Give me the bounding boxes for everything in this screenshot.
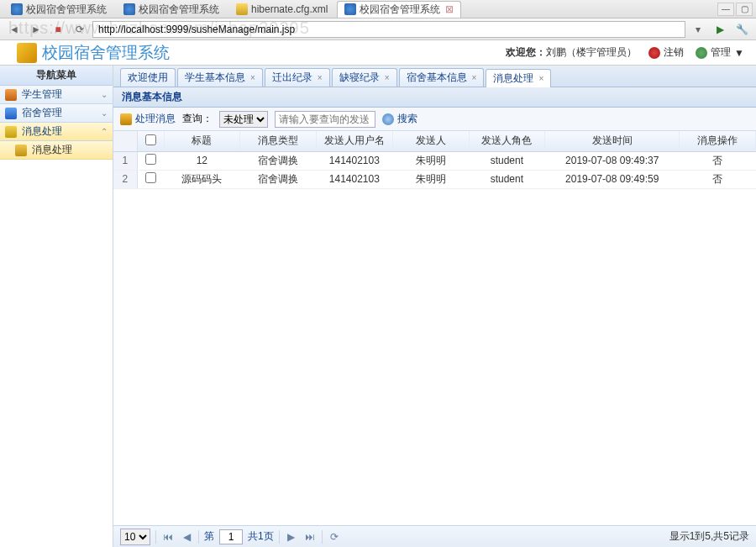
reload-button[interactable]: ⟳ — [71, 21, 89, 38]
pager: 10 ⏮ ◀ 第 共1页 ▶ ⏭ ⟳ 显示1到5,共5记录 — [113, 525, 756, 547]
close-icon[interactable]: × — [538, 74, 543, 83]
section-title: 消息基本信息 — [113, 87, 756, 108]
restore-button[interactable]: ▢ — [736, 3, 753, 16]
window-controls: — ▢ — [717, 3, 753, 16]
tab-welcome[interactable]: 欢迎使用 — [120, 68, 176, 87]
close-icon[interactable]: × — [472, 73, 477, 82]
close-icon[interactable]: × — [318, 73, 323, 82]
browser-tab[interactable]: hibernate.cfg.xml — [228, 1, 335, 18]
content-panel: 欢迎使用 学生基本信息× 迁出纪录× 缺寝纪录× 宿舍基本信息× 消息处理× 消… — [113, 66, 756, 547]
menu-button[interactable]: 🔧 — [732, 21, 751, 38]
dorm-icon — [5, 108, 17, 119]
forward-button[interactable]: ► — [27, 21, 45, 38]
col-sender[interactable]: 发送人 — [392, 131, 469, 151]
search-input[interactable] — [275, 111, 375, 128]
manage-button[interactable]: 管理▼ — [696, 45, 744, 60]
go-button[interactable]: ▶ — [711, 21, 729, 38]
cell-sender: 朱明明 — [392, 151, 469, 170]
next-page-button[interactable]: ▶ — [285, 530, 298, 544]
select-all-checkbox[interactable] — [145, 134, 156, 145]
message-table: 标题 消息类型 发送人用户名 发送人 发送人角色 发送时间 消息操作 1 12 … — [113, 131, 756, 189]
tab-label: 欢迎使用 — [128, 71, 168, 85]
logout-icon — [648, 47, 660, 59]
dropdown-button[interactable]: ▾ — [689, 21, 707, 38]
page-input[interactable] — [219, 529, 243, 544]
page-size-select[interactable]: 10 — [120, 529, 150, 545]
close-icon[interactable]: × — [250, 73, 255, 82]
browser-tab[interactable]: 校园宿舍管理系统 — [3, 1, 114, 18]
process-message-button[interactable]: 处理消息 — [120, 112, 176, 126]
col-op[interactable]: 消息操作 — [680, 131, 756, 151]
gear-icon — [696, 47, 707, 59]
pager-info: 显示1到5,共5记录 — [669, 529, 749, 544]
app-logo-icon — [17, 43, 37, 63]
first-page-button[interactable]: ⏮ — [161, 530, 175, 544]
sidebar-item-message[interactable]: 消息处理⌃ — [0, 123, 113, 141]
sidebar-subitem-message[interactable]: 消息处理 — [0, 141, 113, 160]
prev-page-button[interactable]: ◀ — [180, 530, 193, 544]
sidebar: 导航菜单 学生管理⌄ 宿舍管理⌄ 消息处理⌃ 消息处理 — [0, 66, 113, 547]
app-title: 校园宿舍管理系统 — [42, 42, 170, 64]
close-icon[interactable]: × — [385, 73, 390, 82]
tab-label: 缺寝纪录 — [339, 71, 380, 85]
row-checkbox[interactable] — [145, 154, 156, 165]
col-type[interactable]: 消息类型 — [240, 131, 317, 151]
cell-checkbox — [137, 170, 164, 188]
address-input[interactable] — [92, 21, 685, 38]
tab-absence[interactable]: 缺寝纪录× — [332, 68, 397, 87]
close-tab-icon[interactable]: ⊠ — [445, 3, 454, 15]
browser-tab-label: 校园宿舍管理系统 — [139, 3, 219, 17]
sidebar-title: 导航菜单 — [0, 66, 113, 86]
table-row[interactable]: 1 12 宿舍调换 141402103 朱明明 student 2019-07-… — [113, 151, 756, 170]
globe-icon — [344, 3, 356, 15]
page-label: 第 — [204, 529, 214, 544]
table-row[interactable]: 2 源码码头 宿舍调换 141402103 朱明明 student 2019-0… — [113, 170, 756, 188]
minimize-button[interactable]: — — [717, 3, 734, 16]
cell-type: 宿舍调换 — [240, 170, 317, 188]
cell-rownum: 2 — [113, 170, 137, 188]
cell-checkbox — [137, 151, 164, 170]
col-rownum — [113, 131, 137, 151]
cell-username: 141402103 — [317, 170, 393, 188]
sidebar-item-dorm[interactable]: 宿舍管理⌄ — [0, 104, 113, 123]
browser-tab-label: hibernate.cfg.xml — [251, 3, 328, 15]
header-right: 欢迎您：刘鹏（楼宇管理员） 注销 管理▼ — [506, 45, 744, 60]
last-page-button[interactable]: ⏭ — [303, 530, 317, 544]
sidebar-item-label: 宿舍管理 — [22, 106, 62, 120]
col-title[interactable]: 标题 — [164, 131, 240, 151]
cell-time: 2019-07-08 09:49:37 — [545, 151, 680, 170]
sidebar-item-label: 消息处理 — [22, 124, 62, 139]
app-header: 校园宿舍管理系统 欢迎您：刘鹏（楼宇管理员） 注销 管理▼ — [0, 40, 756, 66]
globe-icon — [11, 3, 23, 15]
status-select[interactable]: 未处理 — [219, 111, 268, 128]
stop-button[interactable]: ■ — [49, 21, 67, 38]
sidebar-item-student[interactable]: 学生管理⌄ — [0, 86, 113, 104]
chevron-down-icon: ⌄ — [101, 90, 108, 99]
logout-button[interactable]: 注销 — [648, 45, 684, 60]
address-bar: ◄ ► ■ ⟳ ▾ ▶ 🔧 — [0, 18, 756, 40]
total-pages-label: 共1页 — [248, 529, 274, 544]
file-icon — [236, 3, 248, 15]
refresh-button[interactable]: ⟳ — [328, 530, 341, 544]
tab-dorm-info[interactable]: 宿舍基本信息× — [399, 68, 485, 87]
col-username[interactable]: 发送人用户名 — [317, 131, 393, 151]
process-icon — [120, 113, 132, 125]
tab-message[interactable]: 消息处理× — [486, 69, 551, 87]
chevron-up-icon: ⌃ — [101, 127, 108, 136]
tab-moveout[interactable]: 迁出纪录× — [265, 68, 330, 87]
chevron-down-icon: ⌄ — [101, 108, 108, 118]
grid-container: 标题 消息类型 发送人用户名 发送人 发送人角色 发送时间 消息操作 1 12 … — [113, 131, 756, 525]
cell-title: 12 — [164, 151, 240, 170]
col-time[interactable]: 发送时间 — [545, 131, 680, 151]
content-tab-strip: 欢迎使用 学生基本信息× 迁出纪录× 缺寝纪录× 宿舍基本信息× 消息处理× — [113, 66, 756, 87]
browser-tab[interactable]: 校园宿舍管理系统⊠ — [337, 1, 461, 18]
back-button[interactable]: ◄ — [5, 21, 24, 38]
tab-student-info[interactable]: 学生基本信息× — [177, 68, 263, 87]
globe-icon — [123, 3, 135, 15]
col-role[interactable]: 发送人角色 — [469, 131, 545, 151]
toolbar: 处理消息 查询： 未处理 搜索 — [113, 108, 756, 131]
search-button[interactable]: 搜索 — [382, 112, 417, 126]
row-checkbox[interactable] — [145, 172, 156, 183]
browser-tab[interactable]: 校园宿舍管理系统 — [116, 1, 227, 18]
cell-sender: 朱明明 — [392, 170, 469, 188]
